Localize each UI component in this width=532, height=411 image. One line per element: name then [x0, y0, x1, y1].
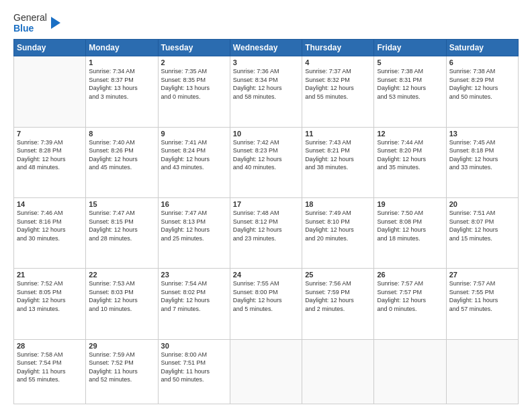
calendar-cell: 3Sunrise: 7:36 AM Sunset: 8:34 PM Daylig…: [230, 56, 302, 127]
svg-marker-0: [51, 17, 60, 29]
calendar-cell: 7Sunrise: 7:39 AM Sunset: 8:28 PM Daylig…: [14, 127, 86, 197]
calendar-cell: 27Sunrise: 7:57 AM Sunset: 7:55 PM Dayli…: [446, 269, 518, 339]
day-info: Sunrise: 7:56 AM Sunset: 7:59 PM Dayligh…: [305, 279, 371, 313]
day-info: Sunrise: 8:00 AM Sunset: 7:51 PM Dayligh…: [161, 351, 227, 384]
calendar-cell: [446, 339, 518, 404]
day-info: Sunrise: 7:46 AM Sunset: 8:16 PM Dayligh…: [17, 209, 83, 242]
day-info: Sunrise: 7:38 AM Sunset: 8:29 PM Dayligh…: [449, 67, 515, 101]
calendar-cell: 15Sunrise: 7:47 AM Sunset: 8:15 PM Dayli…: [86, 197, 158, 268]
calendar-cell: 16Sunrise: 7:47 AM Sunset: 8:13 PM Dayli…: [158, 197, 230, 268]
day-info: Sunrise: 7:53 AM Sunset: 8:03 PM Dayligh…: [89, 279, 154, 313]
calendar-cell: 10Sunrise: 7:42 AM Sunset: 8:23 PM Dayli…: [230, 127, 302, 197]
day-info: Sunrise: 7:35 AM Sunset: 8:35 PM Dayligh…: [161, 67, 227, 101]
calendar-cell: 2Sunrise: 7:35 AM Sunset: 8:35 PM Daylig…: [158, 56, 230, 127]
day-info: Sunrise: 7:44 AM Sunset: 8:20 PM Dayligh…: [377, 138, 443, 172]
day-info: Sunrise: 7:34 AM Sunset: 8:37 PM Dayligh…: [89, 67, 154, 101]
calendar-cell: 23Sunrise: 7:54 AM Sunset: 8:02 PM Dayli…: [158, 269, 230, 339]
logo-triangle-icon: [48, 15, 60, 30]
day-number: 4: [305, 58, 371, 66]
day-number: 20: [449, 200, 515, 208]
day-info: Sunrise: 7:51 AM Sunset: 8:07 PM Dayligh…: [449, 209, 515, 242]
day-number: 11: [305, 130, 371, 138]
calendar-cell: [374, 339, 446, 404]
week-row-1: 1Sunrise: 7:34 AM Sunset: 8:37 PM Daylig…: [14, 56, 519, 127]
day-number: 30: [161, 342, 227, 350]
day-number: 15: [89, 200, 154, 208]
day-number: 24: [233, 271, 299, 279]
day-info: Sunrise: 7:39 AM Sunset: 8:28 PM Dayligh…: [17, 138, 83, 172]
day-info: Sunrise: 7:49 AM Sunset: 8:10 PM Dayligh…: [305, 209, 371, 242]
calendar-cell: 29Sunrise: 7:59 AM Sunset: 7:52 PM Dayli…: [86, 339, 158, 404]
calendar-cell: 25Sunrise: 7:56 AM Sunset: 7:59 PM Dayli…: [302, 269, 374, 339]
calendar-cell: 24Sunrise: 7:55 AM Sunset: 8:00 PM Dayli…: [230, 269, 302, 339]
day-number: 1: [89, 58, 154, 66]
weekday-header-saturday: Saturday: [446, 40, 518, 56]
day-number: 18: [305, 200, 371, 208]
day-info: Sunrise: 7:59 AM Sunset: 7:52 PM Dayligh…: [89, 351, 154, 384]
week-row-3: 14Sunrise: 7:46 AM Sunset: 8:16 PM Dayli…: [14, 197, 519, 268]
day-info: Sunrise: 7:42 AM Sunset: 8:23 PM Dayligh…: [233, 138, 299, 172]
day-info: Sunrise: 7:55 AM Sunset: 8:00 PM Dayligh…: [233, 279, 299, 313]
day-info: Sunrise: 7:58 AM Sunset: 7:54 PM Dayligh…: [17, 351, 83, 384]
week-row-4: 21Sunrise: 7:52 AM Sunset: 8:05 PM Dayli…: [14, 269, 519, 339]
day-number: 3: [233, 58, 299, 66]
day-number: 2: [161, 58, 227, 66]
day-info: Sunrise: 7:38 AM Sunset: 8:31 PM Dayligh…: [377, 67, 443, 101]
day-number: 5: [377, 58, 443, 66]
day-info: Sunrise: 7:36 AM Sunset: 8:34 PM Dayligh…: [233, 67, 299, 101]
calendar-cell: 4Sunrise: 7:37 AM Sunset: 8:32 PM Daylig…: [302, 56, 374, 127]
weekday-header-wednesday: Wednesday: [230, 40, 302, 56]
calendar-cell: [14, 56, 86, 127]
calendar-cell: 6Sunrise: 7:38 AM Sunset: 8:29 PM Daylig…: [446, 56, 518, 127]
calendar-cell: 8Sunrise: 7:40 AM Sunset: 8:26 PM Daylig…: [86, 127, 158, 197]
day-info: Sunrise: 7:45 AM Sunset: 8:18 PM Dayligh…: [449, 138, 515, 172]
weekday-header-row: SundayMondayTuesdayWednesdayThursdayFrid…: [14, 40, 519, 56]
day-info: Sunrise: 7:54 AM Sunset: 8:02 PM Dayligh…: [161, 279, 227, 313]
calendar-cell: 1Sunrise: 7:34 AM Sunset: 8:37 PM Daylig…: [86, 56, 158, 127]
logo-general: General: [13, 12, 47, 23]
day-number: 22: [89, 271, 154, 279]
day-number: 12: [377, 130, 443, 138]
day-number: 8: [89, 130, 154, 138]
calendar-cell: [230, 339, 302, 404]
day-number: 29: [89, 342, 154, 350]
calendar-cell: 13Sunrise: 7:45 AM Sunset: 8:18 PM Dayli…: [446, 127, 518, 197]
day-number: 13: [449, 130, 515, 138]
day-info: Sunrise: 7:40 AM Sunset: 8:26 PM Dayligh…: [89, 138, 154, 172]
day-number: 17: [233, 200, 299, 208]
day-number: 14: [17, 200, 83, 208]
day-info: Sunrise: 7:48 AM Sunset: 8:12 PM Dayligh…: [233, 209, 299, 242]
day-info: Sunrise: 7:57 AM Sunset: 7:57 PM Dayligh…: [377, 279, 443, 313]
day-number: 16: [161, 200, 227, 208]
day-number: 27: [449, 271, 515, 279]
calendar-cell: 12Sunrise: 7:44 AM Sunset: 8:20 PM Dayli…: [374, 127, 446, 197]
day-info: Sunrise: 7:41 AM Sunset: 8:24 PM Dayligh…: [161, 138, 227, 172]
weekday-header-monday: Monday: [86, 40, 158, 56]
calendar-cell: 9Sunrise: 7:41 AM Sunset: 8:24 PM Daylig…: [158, 127, 230, 197]
page: General Blue SundayMondayTuesdayWednesda…: [0, 0, 532, 411]
calendar-cell: 30Sunrise: 8:00 AM Sunset: 7:51 PM Dayli…: [158, 339, 230, 404]
calendar-cell: 26Sunrise: 7:57 AM Sunset: 7:57 PM Dayli…: [374, 269, 446, 339]
day-info: Sunrise: 7:57 AM Sunset: 7:55 PM Dayligh…: [449, 279, 515, 313]
day-info: Sunrise: 7:47 AM Sunset: 8:13 PM Dayligh…: [161, 209, 227, 242]
calendar-cell: 18Sunrise: 7:49 AM Sunset: 8:10 PM Dayli…: [302, 197, 374, 268]
day-number: 19: [377, 200, 443, 208]
calendar-cell: 20Sunrise: 7:51 AM Sunset: 8:07 PM Dayli…: [446, 197, 518, 268]
calendar-cell: 11Sunrise: 7:43 AM Sunset: 8:21 PM Dayli…: [302, 127, 374, 197]
weekday-header-tuesday: Tuesday: [158, 40, 230, 56]
calendar-cell: 22Sunrise: 7:53 AM Sunset: 8:03 PM Dayli…: [86, 269, 158, 339]
calendar-cell: [302, 339, 374, 404]
day-info: Sunrise: 7:47 AM Sunset: 8:15 PM Dayligh…: [89, 209, 154, 242]
day-info: Sunrise: 7:50 AM Sunset: 8:08 PM Dayligh…: [377, 209, 443, 242]
week-row-2: 7Sunrise: 7:39 AM Sunset: 8:28 PM Daylig…: [14, 127, 519, 197]
day-number: 25: [305, 271, 371, 279]
logo-text: General Blue: [13, 12, 47, 34]
calendar-cell: 19Sunrise: 7:50 AM Sunset: 8:08 PM Dayli…: [374, 197, 446, 268]
day-info: Sunrise: 7:43 AM Sunset: 8:21 PM Dayligh…: [305, 138, 371, 172]
calendar-cell: 21Sunrise: 7:52 AM Sunset: 8:05 PM Dayli…: [14, 269, 86, 339]
day-info: Sunrise: 7:52 AM Sunset: 8:05 PM Dayligh…: [17, 279, 83, 313]
logo-text-block: General Blue: [13, 12, 60, 34]
calendar-cell: 17Sunrise: 7:48 AM Sunset: 8:12 PM Dayli…: [230, 197, 302, 268]
day-number: 6: [449, 58, 515, 66]
logo-blue: Blue: [13, 23, 47, 34]
